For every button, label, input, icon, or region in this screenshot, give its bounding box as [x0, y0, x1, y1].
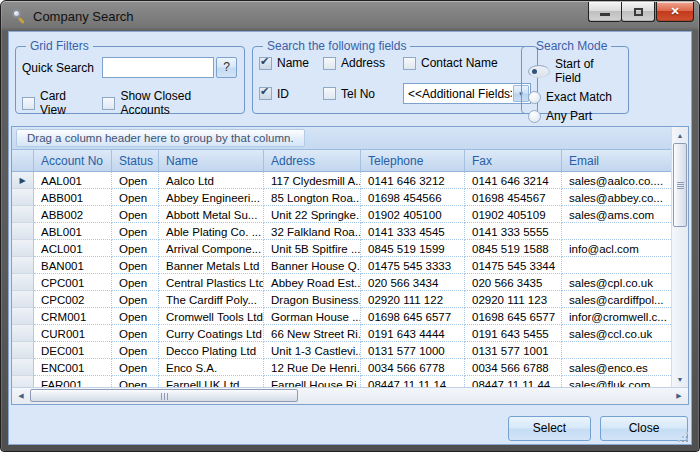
cell-fax: 08447 11 11 44: [465, 376, 562, 387]
row-selector-cell[interactable]: [12, 189, 34, 206]
table-row[interactable]: CUR001OpenCurry Coatings Ltd66 New Stree…: [12, 325, 671, 342]
column-header-address[interactable]: Address: [264, 150, 361, 171]
cell-fax: 01698 645 6577: [465, 308, 562, 325]
column-header-email[interactable]: Email: [562, 150, 671, 171]
cell-account-no: CRM001: [34, 308, 112, 325]
radio-label: Exact Match: [546, 90, 612, 104]
row-selector-cell[interactable]: [12, 325, 34, 342]
row-selector-cell[interactable]: [12, 257, 34, 274]
search-fields-group: Search the following fields ✔ Name ✔ Add…: [252, 39, 538, 114]
cell-status: Open: [112, 189, 159, 206]
vertical-scrollbar[interactable]: ▲ ▼: [671, 127, 688, 387]
maximize-button[interactable]: [621, 2, 655, 22]
search-mode-group: Search Mode Start of Field Exact Match A…: [521, 39, 629, 114]
table-row[interactable]: ENC001OpenEnco S.A.12 Rue De Henri...003…: [12, 359, 671, 376]
table-row[interactable]: ABB002OpenAbbott Metal Su...Unit 22 Spri…: [12, 206, 671, 223]
address-checkbox[interactable]: ✔ Address: [323, 56, 403, 70]
table-row[interactable]: ▶AAL001OpenAalco Ltd117 Clydesmill A...0…: [12, 172, 671, 189]
column-header-fax[interactable]: Fax: [465, 150, 562, 171]
cell-status: Open: [112, 308, 159, 325]
scroll-left-icon[interactable]: ◀: [14, 388, 28, 404]
cell-account-no: CUR001: [34, 325, 112, 342]
checkbox-icon: ✔: [323, 57, 336, 70]
checkbox-label: Show Closed Accounts: [120, 89, 238, 117]
checkbox-label: ID: [277, 87, 289, 101]
groupby-bar[interactable]: Drag a column header here to group by th…: [12, 127, 671, 150]
scroll-up-icon[interactable]: ▲: [672, 127, 688, 143]
close-dialog-button[interactable]: Close: [600, 416, 688, 441]
horizontal-scrollbar[interactable]: ◀ ▶: [12, 387, 688, 404]
row-selector-cell[interactable]: [12, 376, 34, 387]
window-title: Company Search: [33, 9, 133, 24]
quick-search-input[interactable]: [102, 57, 214, 78]
row-selector-cell[interactable]: [12, 223, 34, 240]
cell-status: Open: [112, 291, 159, 308]
cell-address: Abbey Road Est...: [264, 274, 361, 291]
table-row[interactable]: CPC001OpenCentral Plastics LtdAbbey Road…: [12, 274, 671, 291]
table-row[interactable]: BAN001OpenBanner Metals LtdBanner House …: [12, 257, 671, 274]
id-checkbox[interactable]: ✔ ID: [259, 87, 323, 101]
column-header-account-no[interactable]: Account No: [34, 150, 112, 171]
cell-address: 32 Falkland Roa...: [264, 223, 361, 240]
row-selector-cell[interactable]: [12, 240, 34, 257]
scroll-down-icon[interactable]: ▼: [672, 371, 688, 387]
cell-address: Unit 5B Spitfire ...: [264, 240, 361, 257]
tel-no-checkbox[interactable]: ✔ Tel No: [323, 87, 403, 101]
column-header-telephone[interactable]: Telephone: [361, 150, 465, 171]
row-selector-cell[interactable]: [12, 274, 34, 291]
table-row[interactable]: FAR001OpenFarnell UK LtdFarnell House Ri…: [12, 376, 671, 387]
table-row[interactable]: CRM001OpenCromwell Tools LtdGorman House…: [12, 308, 671, 325]
name-checkbox[interactable]: ✔ Name: [259, 56, 323, 70]
table-row[interactable]: CPC002OpenThe Cardiff Poly...Dragon Busi…: [12, 291, 671, 308]
card-view-checkbox[interactable]: ✔ Card View: [22, 89, 92, 117]
row-selector-cell[interactable]: [12, 342, 34, 359]
cell-name: Aalco Ltd: [159, 172, 264, 189]
vertical-scroll-thumb[interactable]: [673, 143, 687, 227]
row-selector-cell[interactable]: [12, 308, 34, 325]
table-row[interactable]: ABL001OpenAble Plating Co. ...32 Falklan…: [12, 223, 671, 240]
select-button[interactable]: Select: [508, 416, 591, 441]
cell-telephone: 0141 646 3212: [361, 172, 465, 189]
row-selector-cell[interactable]: [12, 206, 34, 223]
cell-telephone: 0131 577 1000: [361, 342, 465, 359]
checkbox-label: Name: [277, 56, 309, 70]
cell-email: sales@ams.com: [562, 206, 671, 223]
table-row[interactable]: ABB001OpenAbbey Engineeri...85 Longton R…: [12, 189, 671, 206]
header-selector-stub: [12, 150, 34, 171]
close-button[interactable]: ✕: [656, 2, 694, 22]
quick-search-help-button[interactable]: ?: [216, 57, 237, 78]
cell-name: Arrival Compone...: [159, 240, 264, 257]
groupby-hint: Drag a column header here to group by th…: [16, 129, 305, 147]
row-selector-cell[interactable]: [12, 359, 34, 376]
table-row[interactable]: DEC001OpenDecco Plating LtdUnit 1-3 Cast…: [12, 342, 671, 359]
radio-any-part[interactable]: Any Part: [528, 109, 622, 123]
column-header-status[interactable]: Status: [112, 150, 159, 171]
cell-status: Open: [112, 274, 159, 291]
column-header-name[interactable]: Name: [159, 150, 264, 171]
show-closed-accounts-checkbox[interactable]: ✔ Show Closed Accounts: [102, 89, 238, 117]
checkbox-checked-icon: ✔: [259, 87, 272, 100]
minimize-button[interactable]: [588, 2, 621, 22]
cell-address: 12 Rue De Henri...: [264, 359, 361, 376]
cell-name: Cromwell Tools Ltd: [159, 308, 264, 325]
row-selector-cell[interactable]: [12, 291, 34, 308]
cell-account-no: ABL001: [34, 223, 112, 240]
radio-start-of-field[interactable]: Start of Field: [528, 57, 622, 85]
search-fields-label: Search the following fields: [263, 39, 410, 53]
cell-telephone: 08447 11 11 14: [361, 376, 465, 387]
contact-name-checkbox[interactable]: ✔ Contact Name: [403, 56, 498, 70]
cell-account-no: ABB001: [34, 189, 112, 206]
checkbox-icon: ✔: [323, 87, 336, 100]
cell-name: Decco Plating Ltd: [159, 342, 264, 359]
scroll-right-icon[interactable]: ▶: [672, 388, 686, 404]
table-row[interactable]: ACL001OpenArrival Compone...Unit 5B Spit…: [12, 240, 671, 257]
horizontal-scroll-thumb[interactable]: [30, 389, 298, 402]
checkbox-label: Address: [341, 56, 385, 70]
titlebar[interactable]: Company Search ✕: [1, 1, 699, 31]
cell-name: Able Plating Co. ...: [159, 223, 264, 240]
current-row-indicator-icon[interactable]: ▶: [12, 172, 34, 189]
resize-grip-icon[interactable]: [678, 432, 688, 442]
additional-fields-dropdown[interactable]: <<Additional Fields>> ▼: [403, 83, 531, 104]
maximize-icon: [634, 8, 643, 16]
radio-exact-match[interactable]: Exact Match: [528, 90, 622, 104]
